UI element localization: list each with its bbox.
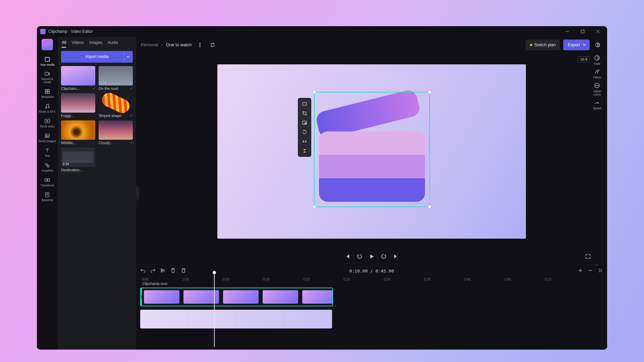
app-window: Clipchamp - Video Editor Your media Reco… xyxy=(37,26,607,350)
media-item[interactable]: Wildlife... xyxy=(61,120,95,145)
clipchamp-logo xyxy=(42,39,53,50)
tab-videos[interactable]: Videos xyxy=(71,40,84,48)
svg-rect-5 xyxy=(45,92,47,94)
resize-handle[interactable] xyxy=(313,205,316,208)
duplicate-icon[interactable] xyxy=(180,268,186,275)
zoom-out-icon[interactable] xyxy=(588,268,593,275)
svg-point-7 xyxy=(46,107,47,109)
window-title: Clipchamp - Video Editor xyxy=(48,29,93,34)
svg-point-8 xyxy=(48,107,49,108)
close-button[interactable] xyxy=(590,26,606,37)
workspace-name[interactable]: Personal xyxy=(141,42,158,47)
tab-audio[interactable]: Audio xyxy=(108,40,118,48)
svg-rect-6 xyxy=(48,92,49,94)
video-clip[interactable]: || || xyxy=(140,288,333,306)
svg-rect-23 xyxy=(303,103,307,105)
redo-icon[interactable] xyxy=(150,268,156,275)
clip-trim-left[interactable]: || xyxy=(141,288,142,306)
rail-music[interactable]: Music & SFX xyxy=(38,101,57,115)
tab-all[interactable]: All xyxy=(62,40,66,48)
main-area: ‹ Personal › One to watch ◆ Switch plan … xyxy=(136,37,607,350)
pip-icon[interactable] xyxy=(299,118,310,127)
svg-point-26 xyxy=(161,269,162,270)
rail-brand-kit[interactable]: Brand kit xyxy=(38,190,57,204)
playhead[interactable] xyxy=(214,273,215,347)
media-item[interactable]: 0:16 On the road✓ xyxy=(99,66,133,90)
sync-icon[interactable] xyxy=(208,40,217,50)
maximize-button[interactable] xyxy=(575,26,590,37)
rail-your-media[interactable]: Your media xyxy=(38,54,57,68)
media-thumb: 3:34 xyxy=(61,147,95,167)
minimize-button[interactable] xyxy=(559,26,575,37)
rail-record[interactable]: Record & create xyxy=(38,69,57,86)
media-thumb xyxy=(61,66,95,85)
svg-rect-25 xyxy=(305,123,306,124)
project-name[interactable]: One to watch xyxy=(166,42,192,47)
preview-area xyxy=(136,53,607,250)
flip-h-icon[interactable] xyxy=(299,137,310,146)
svg-point-19 xyxy=(200,46,200,47)
floating-toolbar xyxy=(298,98,311,157)
media-tabs: All Videos Images Audio xyxy=(62,40,132,48)
diamond-icon: ◆ xyxy=(530,43,532,47)
rail-templates[interactable]: Templates xyxy=(38,86,57,101)
rail-graphics[interactable]: Graphics xyxy=(38,160,57,174)
svg-rect-1 xyxy=(45,57,50,61)
check-icon: ✓ xyxy=(130,86,133,90)
add-track-icon[interactable] xyxy=(578,268,583,275)
svg-point-27 xyxy=(161,271,162,272)
resize-handle[interactable] xyxy=(313,90,316,94)
media-item[interactable]: Clipcham...✓ xyxy=(61,66,95,90)
play-icon[interactable] xyxy=(369,253,375,261)
split-icon[interactable] xyxy=(160,268,166,275)
switch-plan-button[interactable]: ◆ Switch plan xyxy=(526,40,560,50)
media-grid: Clipcham...✓ 0:16 On the road✓ Foggy... … xyxy=(61,66,133,172)
media-thumb xyxy=(61,120,95,140)
flip-v-icon[interactable] xyxy=(299,146,310,156)
svg-point-12 xyxy=(46,163,47,165)
more-menu-icon[interactable] xyxy=(195,40,205,50)
timeline-ruler[interactable]: 0:00 0:05 0:10 0:15 0:20 0:25 0:30 0:35 … xyxy=(140,277,603,283)
resize-handle[interactable] xyxy=(428,90,431,94)
skip-start-icon[interactable] xyxy=(344,253,351,261)
check-icon: ✓ xyxy=(93,86,95,90)
svg-rect-4 xyxy=(48,89,49,91)
delete-icon[interactable] xyxy=(170,268,176,275)
zoom-fit-icon[interactable] xyxy=(598,268,603,275)
svg-rect-3 xyxy=(45,89,47,91)
background-clip[interactable] xyxy=(140,310,332,328)
media-item[interactable]: 2:14 Cloudy...✓ xyxy=(99,120,133,145)
svg-point-18 xyxy=(200,45,200,45)
rail-stock-video[interactable]: Stock video xyxy=(38,116,57,130)
resize-handle[interactable] xyxy=(428,205,431,208)
crop-icon[interactable] xyxy=(299,109,310,118)
contrast-icon[interactable] xyxy=(593,40,602,50)
media-item[interactable]: Striped shape✓ xyxy=(99,93,133,118)
skip-end-icon[interactable] xyxy=(393,253,399,261)
rail-transitions[interactable]: Transitions xyxy=(38,175,57,189)
fit-icon[interactable] xyxy=(299,99,310,109)
titlebar: Clipchamp - Video Editor xyxy=(37,26,607,37)
tab-images[interactable]: Images xyxy=(89,40,102,48)
import-dropdown-icon[interactable] xyxy=(123,51,133,63)
undo-icon[interactable] xyxy=(140,268,146,275)
expand-timeline-icon[interactable] xyxy=(594,262,598,268)
preview-canvas[interactable] xyxy=(217,64,526,239)
media-item[interactable]: Foggy... xyxy=(61,93,95,118)
import-media-button[interactable]: Import media xyxy=(61,51,133,63)
breadcrumb: Personal › One to watch xyxy=(141,42,192,47)
app-icon xyxy=(40,29,46,34)
export-button[interactable]: Export xyxy=(563,40,590,50)
timeline-toolbar: 0:10.00 / 0:45.00 xyxy=(140,267,603,276)
media-thumb xyxy=(61,93,95,113)
rail-stock-images[interactable]: Stock images xyxy=(38,131,57,145)
media-thumb xyxy=(99,93,133,113)
fullscreen-icon[interactable] xyxy=(585,253,591,261)
media-item[interactable]: 3:34 Destination... xyxy=(61,147,95,172)
rail-text[interactable]: Text xyxy=(38,145,57,160)
rewind-icon[interactable] xyxy=(357,253,363,261)
rotate-icon[interactable] xyxy=(299,127,310,137)
forward-icon[interactable] xyxy=(381,253,387,261)
media-thumb: 2:14 xyxy=(99,120,133,140)
selection-box[interactable] xyxy=(314,92,430,207)
